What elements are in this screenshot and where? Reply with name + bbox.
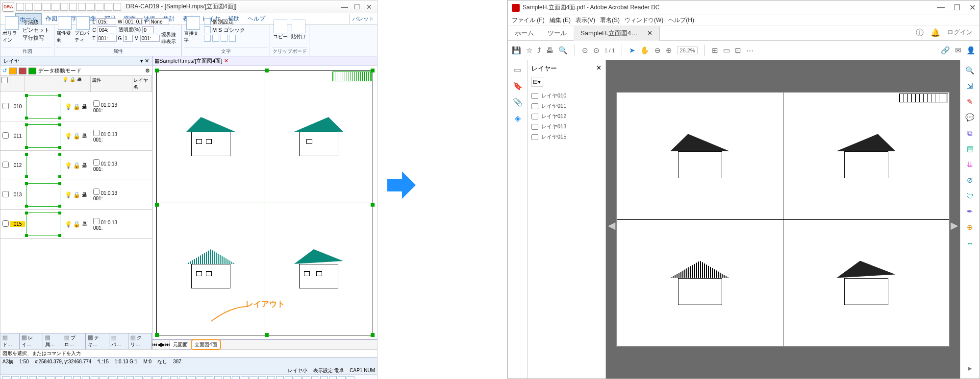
bulb-icon[interactable]: 💡 (65, 191, 72, 198)
read-mode-icon[interactable]: ⊡ (735, 46, 741, 55)
attr-change-button[interactable]: 属性変更 (56, 16, 73, 44)
tab-close-icon[interactable]: ✕ (647, 29, 653, 37)
protect-icon[interactable]: 🛡 (965, 190, 976, 201)
type-input[interactable] (97, 35, 117, 42)
display-mode[interactable]: 表示設定 電卓 (313, 367, 344, 374)
select-all-checkbox[interactable] (1, 77, 8, 83)
layer-thumbnail[interactable] (26, 95, 60, 118)
pdf-viewport[interactable]: ◀ ▶ (606, 60, 960, 379)
organize-icon[interactable]: ▤ (965, 143, 976, 154)
qat-icon[interactable] (69, 3, 77, 11)
upload-icon[interactable]: ⤴ (537, 46, 541, 54)
tool-icon[interactable] (64, 376, 72, 379)
font-icon[interactable] (204, 26, 211, 33)
tool-icon[interactable] (29, 376, 37, 379)
tool-icon[interactable] (311, 376, 319, 379)
link-icon[interactable]: 🔗 (941, 46, 950, 55)
offset-button[interactable]: ピンセット (23, 26, 50, 34)
tool-icon[interactable] (73, 376, 81, 379)
tool-icon[interactable] (82, 376, 90, 379)
refresh-icon[interactable]: ↺ (2, 68, 7, 74)
m-input[interactable] (140, 35, 160, 42)
more-tools-icon[interactable]: ⊕ (965, 222, 976, 233)
lock-icon[interactable]: 🔒 (73, 191, 80, 198)
sign-icon[interactable]: ✒ (965, 206, 976, 217)
bell-icon[interactable]: 🔔 (930, 28, 940, 38)
close-icon[interactable]: ✕ (366, 3, 372, 11)
fit-page-icon[interactable]: ▭ (723, 46, 730, 55)
print-icon[interactable]: 🖶 (81, 133, 87, 140)
tool-icon[interactable] (38, 376, 46, 379)
parallel-copy-button[interactable]: 平行複写 (23, 34, 50, 42)
fit-width-icon[interactable]: ⊞ (712, 46, 718, 55)
star-icon[interactable]: ☆ (526, 46, 532, 55)
layer-row[interactable]: 010 💡🔒🖶 01:0.13001: (0, 92, 152, 121)
page-up-icon[interactable]: ⊙ (582, 46, 588, 55)
menu-sign[interactable]: 署名(S) (600, 16, 620, 24)
layer-checkbox[interactable] (2, 103, 9, 109)
layer-checkbox[interactable] (2, 132, 9, 139)
more-icon[interactable]: ⋯ (746, 46, 754, 55)
thumbnails-icon[interactable]: ▭ (514, 65, 521, 74)
monitor-icon[interactable] (19, 68, 26, 74)
tool-icon[interactable] (170, 376, 178, 379)
print-icon[interactable]: 🖶 (81, 221, 87, 228)
layer-input[interactable] (97, 18, 116, 25)
export-pdf-icon[interactable]: ⇲ (965, 81, 976, 92)
tab-help[interactable]: ヘルプ (244, 13, 269, 24)
eye-icon[interactable] (531, 134, 538, 140)
font-select[interactable]: M S ゴシック (212, 26, 245, 34)
layer-checkbox[interactable] (2, 220, 9, 227)
pdf-layer-item[interactable]: レイヤ010 (531, 91, 602, 101)
redact-icon[interactable]: ⊘ (965, 175, 976, 186)
qat-icon[interactable] (104, 3, 112, 11)
panel-tab[interactable]: ▦ クリ… (128, 333, 152, 349)
layer-row[interactable]: 013 💡🔒🖶 01:0.13001: (0, 180, 152, 210)
mail-icon[interactable]: ✉ (955, 46, 961, 55)
dim-line-button[interactable]: 寸法線 (23, 19, 50, 26)
layer-thumbnail[interactable] (26, 124, 60, 148)
close-panel-icon[interactable]: ✕ (145, 58, 149, 64)
print-icon[interactable]: 🖶 (81, 191, 87, 198)
doc-tab-label[interactable]: SampleH.mps/[立面図4面] (159, 57, 222, 65)
tab-original[interactable]: 元図面 (170, 340, 191, 350)
tool-icon[interactable] (276, 376, 284, 379)
qat-icon[interactable] (60, 3, 68, 11)
panel-tab[interactable]: ▦ テキ… (86, 333, 109, 349)
panel-tab[interactable]: ▦ プロ… (62, 333, 86, 349)
tool-icon[interactable] (11, 376, 19, 379)
fill-input[interactable] (150, 18, 169, 25)
eye-icon[interactable] (531, 124, 538, 130)
zoom-out-icon[interactable]: ⊖ (654, 46, 661, 55)
save-icon[interactable]: 💾 (512, 46, 521, 55)
nav-first-icon[interactable]: ⏮ (152, 342, 157, 347)
tool-icon[interactable] (205, 376, 213, 379)
lock-icon[interactable]: 🔒 (73, 133, 80, 140)
text-tool-icon[interactable] (229, 35, 236, 42)
page-down-icon[interactable]: ⊙ (593, 46, 600, 55)
layer-thumbnail[interactable] (26, 154, 60, 177)
print-icon[interactable]: 🖶 (81, 103, 87, 110)
nav-next-icon[interactable]: ▶ (161, 342, 165, 347)
tool-icon[interactable] (347, 376, 354, 379)
monitor-icon[interactable] (28, 68, 36, 74)
tool-icon[interactable] (223, 376, 231, 379)
tool-icon[interactable] (135, 376, 143, 379)
menu-edit[interactable]: 編集 (E) (550, 16, 571, 24)
palette-dropdown[interactable]: パレット (349, 14, 377, 24)
close-pane-icon[interactable]: ✕ (596, 64, 602, 73)
combine-icon[interactable]: ⧉ (965, 128, 976, 139)
page-indicator[interactable]: 1 / 1 (604, 47, 615, 53)
attachment-icon[interactable]: 📎 (513, 97, 523, 107)
panel-tab[interactable]: ▦ 属… (43, 333, 62, 349)
panel-tab[interactable]: ▦ レイ… (20, 333, 43, 349)
hand-icon[interactable]: ✋ (640, 46, 650, 55)
tool-icon[interactable] (232, 376, 240, 379)
doc-close-icon[interactable]: ✕ (224, 58, 228, 64)
maximize-icon[interactable]: ☐ (954, 3, 960, 12)
tab-elevation[interactable]: 立面図4面 (191, 339, 221, 350)
pointer-icon[interactable]: ➤ (629, 46, 635, 55)
qat-icon[interactable] (113, 3, 121, 11)
boundary-button[interactable]: 境界線非表示 (161, 31, 179, 45)
pdf-layer-item[interactable]: レイヤ011 (531, 101, 602, 111)
